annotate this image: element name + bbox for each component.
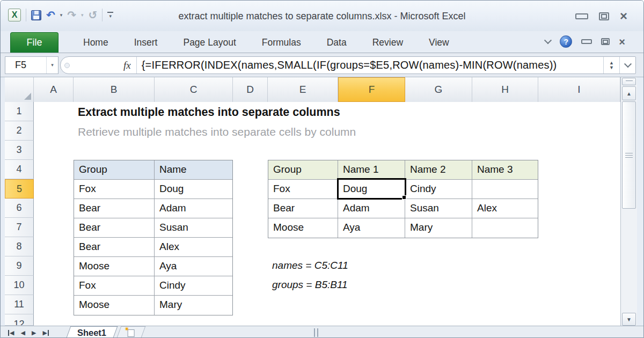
result-header-name1[interactable]: Name 1 <box>338 160 405 180</box>
table-cell[interactable]: Cindy <box>405 180 472 199</box>
table-cell[interactable]: Aya <box>338 218 405 238</box>
table-cell[interactable]: Bear <box>74 218 155 238</box>
save-icon[interactable] <box>31 10 41 20</box>
row-header-6[interactable]: 6 <box>5 199 34 218</box>
minimize-window-icon[interactable] <box>575 13 588 19</box>
table-cell[interactable]: Fox <box>74 276 155 296</box>
scroll-up-button[interactable]: ▲ <box>622 86 636 100</box>
table-cell[interactable]: Bear <box>74 199 155 218</box>
table-cell[interactable]: Susan <box>155 218 232 238</box>
row-header-1[interactable]: 1 <box>5 102 34 121</box>
row-header-8[interactable]: 8 <box>5 237 34 256</box>
column-header-f-selected[interactable]: F <box>338 77 405 102</box>
split-handle[interactable] <box>622 78 636 85</box>
table-cell[interactable]: Moose <box>74 257 155 276</box>
result-header-name3[interactable]: Name 3 <box>472 160 538 180</box>
restore-workbook-icon[interactable] <box>601 38 610 45</box>
table-cell[interactable]: Aya <box>155 257 232 276</box>
formula-input[interactable]: {=IFERROR(INDEX(names,SMALL(IF(groups=$E… <box>137 59 603 71</box>
expand-formula-bar[interactable] <box>619 57 635 74</box>
row-header-9[interactable]: 9 <box>5 256 34 276</box>
tab-insert[interactable]: Insert <box>121 32 171 53</box>
row-header-10[interactable]: 10 <box>5 276 34 295</box>
minimize-ribbon-icon[interactable] <box>544 36 552 44</box>
table-cell[interactable]: Mary <box>405 218 472 238</box>
restore-window-icon[interactable] <box>599 12 609 20</box>
source-header-group[interactable]: Group <box>74 160 155 180</box>
prev-sheet-button[interactable]: ◀ <box>20 329 25 336</box>
undo-icon[interactable]: ↶ <box>46 10 55 20</box>
named-range-note-names[interactable]: names = C5:C11 <box>272 260 348 271</box>
tab-home[interactable]: Home <box>70 32 121 53</box>
table-cell[interactable]: Moose <box>268 218 338 238</box>
minimize-workbook-icon[interactable] <box>581 39 592 44</box>
column-header-d[interactable]: D <box>233 77 268 102</box>
spinner-up-icon[interactable]: ▲ <box>609 61 614 65</box>
fill-handle[interactable] <box>402 195 406 200</box>
worksheet-title-cell[interactable]: Extract multiple matches into separate c… <box>78 106 340 119</box>
table-cell[interactable]: Mary <box>155 296 232 315</box>
tab-formulas[interactable]: Formulas <box>249 32 314 53</box>
tab-split-handle[interactable] <box>314 328 318 337</box>
table-cell[interactable]: Bear <box>268 199 338 218</box>
result-header-name2[interactable]: Name 2 <box>405 160 472 180</box>
help-icon[interactable]: ? <box>560 35 572 48</box>
insert-function-icon[interactable]: fx <box>123 60 136 71</box>
tab-page-layout[interactable]: Page Layout <box>170 32 248 53</box>
column-header-g[interactable]: G <box>405 77 472 102</box>
column-header-b[interactable]: B <box>74 77 155 102</box>
result-header-group[interactable]: Group <box>268 160 338 180</box>
row-header-12[interactable]: 12 <box>5 314 34 326</box>
select-all-corner[interactable] <box>5 77 34 102</box>
formula-bar-spinner[interactable]: ▲ ▼ <box>603 57 619 74</box>
first-sheet-button[interactable]: ◀ <box>8 329 14 336</box>
table-cell[interactable]: Adam <box>338 199 405 218</box>
tab-review[interactable]: Review <box>360 32 416 53</box>
table-cell[interactable]: Adam <box>155 199 232 218</box>
column-header-i[interactable]: I <box>538 77 620 102</box>
name-box[interactable]: F5 ▾ <box>5 56 58 74</box>
table-cell[interactable]: Fox <box>74 180 155 199</box>
named-range-note-groups[interactable]: groups = B5:B11 <box>272 279 348 291</box>
row-header-3[interactable]: 3 <box>5 141 34 160</box>
insert-worksheet-button[interactable]: ✷ <box>116 326 146 338</box>
table-cell[interactable] <box>472 218 538 238</box>
next-sheet-button[interactable]: ▶ <box>32 329 36 336</box>
table-cell[interactable]: Moose <box>74 296 155 315</box>
redo-icon[interactable]: ↷ <box>67 10 76 20</box>
column-header-a[interactable]: A <box>34 77 74 102</box>
column-header-e[interactable]: E <box>268 77 338 102</box>
last-sheet-button[interactable]: ▶ <box>42 329 48 336</box>
row-header-2[interactable]: 2 <box>5 121 34 141</box>
column-header-h[interactable]: H <box>472 77 538 102</box>
tab-data[interactable]: Data <box>314 32 360 53</box>
vertical-scroll-thumb[interactable] <box>622 101 636 209</box>
table-cell[interactable]: Alex <box>155 238 232 257</box>
table-cell[interactable]: Susan <box>405 199 472 218</box>
excel-app-icon[interactable]: X <box>8 9 21 21</box>
tab-view[interactable]: View <box>416 32 462 53</box>
row-header-11[interactable]: 11 <box>5 295 34 314</box>
table-cell[interactable]: Alex <box>472 199 538 218</box>
worksheet-subtitle-cell[interactable]: Retrieve multiple matches into separate … <box>78 126 356 138</box>
spinner-down-icon[interactable]: ▼ <box>609 65 614 70</box>
sheet-tab-sheet1[interactable]: Sheet1 <box>66 326 118 338</box>
row-header-4[interactable]: 4 <box>5 160 34 179</box>
column-header-c[interactable]: C <box>155 77 233 102</box>
table-cell[interactable] <box>472 180 538 199</box>
table-cell[interactable]: Cindy <box>155 276 232 296</box>
source-header-name[interactable]: Name <box>155 160 232 180</box>
close-window-icon[interactable]: × <box>620 11 627 21</box>
table-cell[interactable]: Fox <box>268 180 338 199</box>
close-workbook-icon[interactable]: × <box>619 37 625 47</box>
tab-file[interactable]: File <box>10 32 58 53</box>
name-box-dropdown-icon[interactable]: ▾ <box>46 57 58 74</box>
table-cell[interactable]: Doug <box>155 180 232 199</box>
row-header-7[interactable]: 7 <box>5 218 34 237</box>
row-header-5-selected[interactable]: 5 <box>5 179 34 199</box>
sheet-tab-bar: ◀ ◀ ▶ ▶ Sheet1 ✷ ◀ ▶ <box>1 326 643 338</box>
table-cell[interactable]: Bear <box>74 238 155 257</box>
undo-dropdown-caret-icon[interactable]: ▾ <box>60 12 63 18</box>
scroll-down-button[interactable]: ▼ <box>622 313 636 326</box>
vertical-scrollbar[interactable]: ▲ ▼ <box>620 77 637 326</box>
